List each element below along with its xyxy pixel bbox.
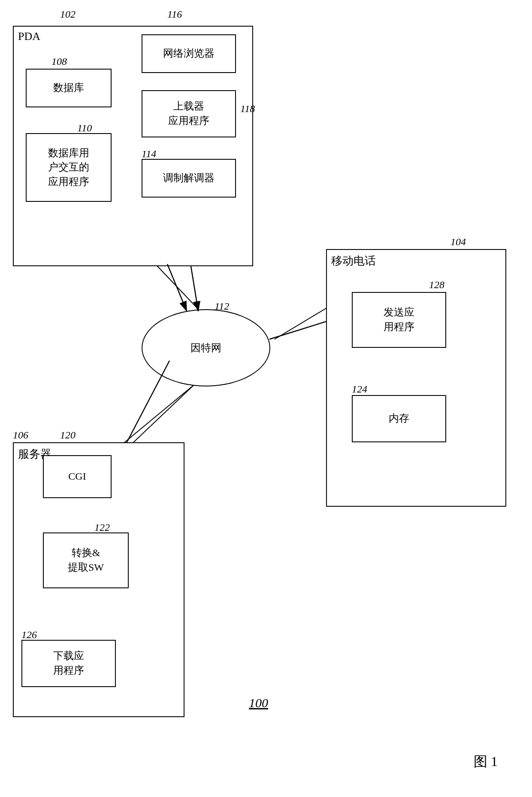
send-app-box: 发送应用程序 [352,292,446,348]
internet-ellipse: 因特网 [142,309,270,386]
db-app-box: 数据库用户交互的应用程序 [26,133,112,202]
ref-108: 108 [51,56,67,67]
downloader-label: 下载应用程序 [53,649,84,678]
converter-box: 转换&提取SW [43,532,129,588]
svg-line-12 [191,266,198,311]
ref-106: 106 [13,429,28,441]
ref-116: 116 [167,9,182,20]
cgi-box: CGI [43,455,112,498]
browser-box: 网络浏览器 [142,34,236,73]
send-app-label: 发送应用程序 [384,305,414,334]
ref-104: 104 [450,236,466,248]
ref-112: 112 [215,301,229,312]
downloader-box: 下载应用程序 [21,640,116,687]
memory-box: 内存 [352,395,446,442]
figure-label: 图 1 [474,752,498,771]
browser-label: 网络浏览器 [163,46,215,61]
mobile-label: 移动电话 [331,253,376,268]
ref-118: 118 [240,103,255,115]
pda-label: PDA [18,30,40,43]
ref-122: 122 [94,522,110,533]
ref-110: 110 [77,122,92,134]
modem-label: 调制解调器 [163,171,215,186]
database-box: 数据库 [26,69,112,107]
ref-120: 120 [60,429,76,441]
mobile-container: 移动电话 [326,249,506,507]
diagram: PDA 102 116 数据库 108 网络浏览器 数据库用户交互的应用程序 1… [0,0,532,797]
ref-102: 102 [60,9,76,20]
system-ref-100: 100 [249,696,268,710]
ref-124: 124 [352,383,367,395]
ref-114: 114 [142,148,156,160]
uploader-box: 上载器应用程序 [142,90,236,137]
cgi-label: CGI [68,469,86,484]
converter-label: 转换&提取SW [68,546,104,575]
internet-label: 因特网 [190,341,221,355]
memory-label: 内存 [389,411,409,426]
ref-126: 126 [21,629,37,641]
modem-box: 调制解调器 [142,159,236,198]
svg-line-9 [167,264,187,311]
database-label: 数据库 [53,81,84,95]
uploader-label: 上载器应用程序 [168,99,209,128]
db-app-label: 数据库用户交互的应用程序 [48,146,89,189]
ref-128: 128 [429,279,444,291]
